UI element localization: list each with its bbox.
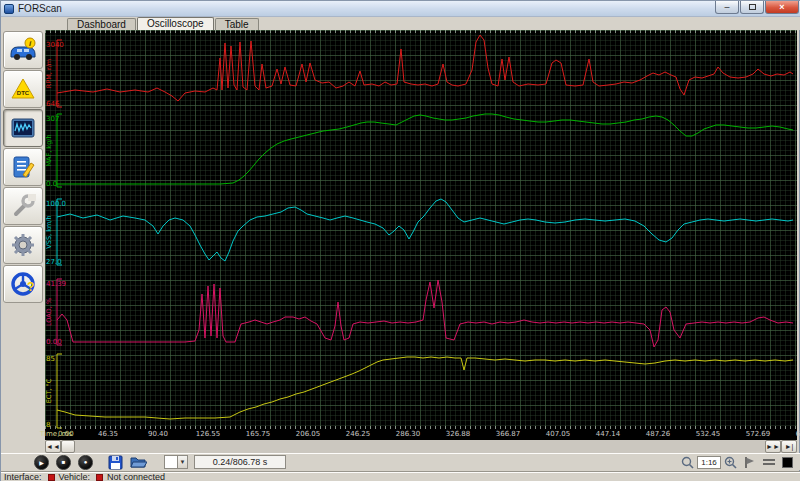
close-button[interactable]: × xyxy=(765,1,799,14)
x-axis: Time, ms 0.00 46.3590.40126.55165.75206.… xyxy=(45,429,797,440)
vehicle-label: Vehicle: xyxy=(59,472,91,481)
tab-bar: Dashboard Oscilloscope Table xyxy=(1,17,800,30)
status-bar: Interface: Vehicle: Not connected xyxy=(1,471,800,481)
window-title: FORScan xyxy=(18,3,62,14)
question-mark-icon: ? xyxy=(27,280,34,294)
x-tick-label: 407.05 xyxy=(543,430,573,438)
sidebar: i DTC xyxy=(1,30,45,453)
horizontal-scrollbar: ◄◄ ►► ►| xyxy=(45,440,797,453)
scroll-right-button[interactable]: ►► xyxy=(765,440,781,453)
car-icon: i xyxy=(9,37,37,63)
scroll-left-button[interactable]: ◄◄ xyxy=(45,440,61,453)
scrollbar-thumb[interactable] xyxy=(61,440,75,453)
zoom-in-icon[interactable] xyxy=(724,456,737,469)
floppy-disk-icon xyxy=(108,455,123,470)
wrench-icon xyxy=(10,193,36,219)
svg-text:85: 85 xyxy=(46,355,55,363)
tab-table[interactable]: Table xyxy=(215,18,259,30)
folder-icon xyxy=(130,455,147,469)
trace-maf xyxy=(57,114,793,184)
vehicle-status-indicator xyxy=(96,474,103,481)
x-tick-label: 206.05 xyxy=(293,430,323,438)
gear-icon xyxy=(10,232,36,258)
maximize-button[interactable] xyxy=(740,1,764,14)
buffer-select[interactable]: ▼ xyxy=(164,455,188,469)
open-button[interactable] xyxy=(130,455,147,469)
steering-wheel-icon: ? xyxy=(10,271,36,297)
record-button[interactable]: ● xyxy=(78,455,93,470)
trace-load xyxy=(57,280,793,347)
vehicle-status-text: Not connected xyxy=(107,472,165,481)
scroll-end-button[interactable]: ►| xyxy=(781,440,797,453)
oscilloscope-icon xyxy=(10,115,36,141)
svg-text:ECT, °C: ECT, °C xyxy=(45,378,53,403)
window-controls: – × xyxy=(714,1,799,14)
svg-text:0.0: 0.0 xyxy=(46,180,57,188)
app-icon xyxy=(4,4,14,14)
svg-text:646: 646 xyxy=(46,100,60,108)
x-tick-label: 126.55 xyxy=(193,430,223,438)
x-tick-label: 90.40 xyxy=(143,430,173,438)
x-tick-label: 447.14 xyxy=(593,430,623,438)
stop-button[interactable]: ■ xyxy=(56,455,71,470)
svg-text:DTC: DTC xyxy=(17,90,30,96)
oscilloscope-canvas[interactable]: 3040646RPM, r/m3070.0MAF, kg/h100.027.0V… xyxy=(45,30,797,429)
svg-text:41.39: 41.39 xyxy=(46,280,66,288)
vehicle-info-button[interactable]: i xyxy=(3,31,43,69)
x-tick-label: 572.69 xyxy=(743,430,773,438)
interface-label: Interface: xyxy=(4,472,42,481)
minimize-button[interactable]: – xyxy=(715,1,739,14)
play-button[interactable]: ▶ xyxy=(34,455,49,470)
oscilloscope-button[interactable] xyxy=(3,109,43,147)
svg-text:100.0: 100.0 xyxy=(46,200,66,208)
tab-dashboard[interactable]: Dashboard xyxy=(67,18,136,30)
buffer-select-value xyxy=(165,456,177,468)
x-tick-label: 487.26 xyxy=(643,430,673,438)
svg-text:VSS, km/h: VSS, km/h xyxy=(45,215,53,248)
svg-text:0.00: 0.00 xyxy=(46,338,62,346)
x-tick-label: 326.88 xyxy=(443,430,473,438)
svg-text:27.0: 27.0 xyxy=(46,258,62,266)
trace-ect xyxy=(57,357,793,419)
svg-text:MAF, kg/h: MAF, kg/h xyxy=(45,134,53,166)
svg-text:LOAD, %: LOAD, % xyxy=(45,298,53,326)
tab-oscilloscope[interactable]: Oscilloscope xyxy=(137,17,214,30)
trace-rpm xyxy=(57,35,793,101)
svg-text:RPM, r/m: RPM, r/m xyxy=(45,59,53,88)
x-tick-label: 165.75 xyxy=(243,430,273,438)
toolbar: ▶ ■ ● ▼ 0.24/806.78 s xyxy=(1,453,800,470)
x-axis-origin: 0.00 xyxy=(58,430,74,438)
x-tick-label: 46.35 xyxy=(93,430,123,438)
x-tick-label: 286.30 xyxy=(393,430,423,438)
dropdown-arrow-icon[interactable]: ▼ xyxy=(177,456,187,468)
x-tick-label: 246.25 xyxy=(343,430,373,438)
x-tick-label: 532.45 xyxy=(693,430,723,438)
tests-button[interactable] xyxy=(3,148,43,186)
checklist-icon xyxy=(10,154,36,180)
scrollbar-track[interactable] xyxy=(75,440,765,453)
help-button[interactable]: ? xyxy=(3,265,43,303)
background-color-swatch[interactable] xyxy=(782,457,793,468)
dtc-button[interactable]: DTC xyxy=(3,70,43,108)
x-tick-label: 366.87 xyxy=(493,430,523,438)
time-position-field[interactable]: 0.24/806.78 s xyxy=(194,455,286,469)
cursor-marker-icon[interactable] xyxy=(743,456,756,469)
grid-lines-icon[interactable] xyxy=(762,456,776,469)
svg-text:307: 307 xyxy=(46,115,59,123)
maximize-icon xyxy=(749,4,756,10)
configuration-button[interactable] xyxy=(3,226,43,264)
trace-vss xyxy=(57,199,793,261)
service-button[interactable] xyxy=(3,187,43,225)
forscan-window: FORScan – × Dashboard Oscilloscope Table… xyxy=(0,0,800,481)
title-bar: FORScan – × xyxy=(1,1,800,17)
trace-plot: 3040646RPM, r/m3070.0MAF, kg/h100.027.0V… xyxy=(45,30,797,429)
zoom-scale-field[interactable]: 1:16 xyxy=(697,456,721,469)
save-button[interactable] xyxy=(108,455,123,470)
dtc-warning-icon: DTC xyxy=(10,76,36,102)
zoom-tools: 1:16 xyxy=(681,456,800,469)
interface-status-indicator xyxy=(48,474,55,481)
zoom-out-icon[interactable] xyxy=(681,456,694,469)
svg-text:3040: 3040 xyxy=(46,41,64,49)
x-tick-label: 610.14 xyxy=(793,430,800,438)
